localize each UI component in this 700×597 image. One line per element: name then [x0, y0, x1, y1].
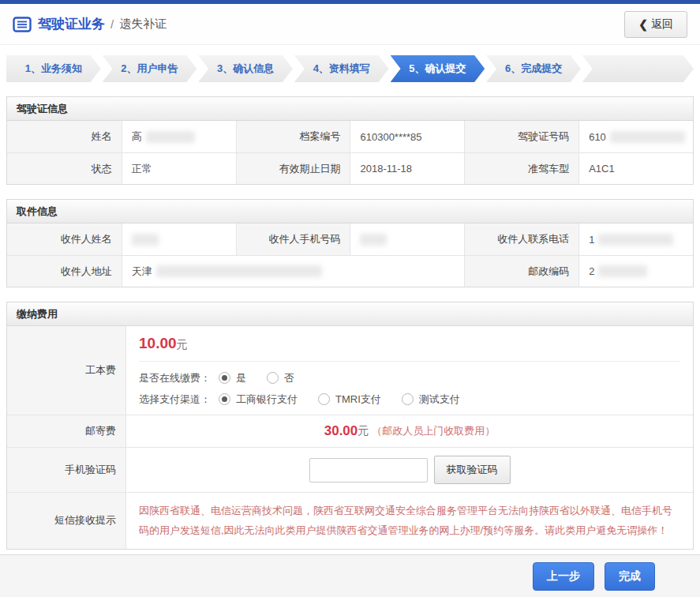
wizard-step-6: 6、完成提交: [486, 55, 581, 82]
postage-fee-cell: 30.00元 （邮政人员上门收取费用）: [125, 415, 693, 447]
footer-action-bar: 上一步 完成: [0, 554, 700, 597]
recipient-address-value: 天津: [122, 255, 465, 287]
wizard-step-1: 1、业务须知: [6, 55, 101, 82]
payment-channel-radio-group: 选择支付渠道： 工商银行支付 TMRI支付 测试支付: [139, 392, 680, 407]
redaction-blur: [598, 265, 647, 277]
redaction-blur: [146, 131, 195, 143]
wizard-step-2: 2、用户申告: [103, 55, 197, 82]
pickup-info-table: 收件人姓名 收件人手机号码 收件人联系电话 1 收件人地址 天津 邮政编码 2: [7, 223, 693, 287]
sms-notice-cell: 因陕西省联通、电信运营商技术问题，陕西省互联网交通安全综合服务管理平台无法向持陕…: [125, 492, 693, 549]
sms-code-cell: 获取验证码: [125, 447, 693, 492]
radio-option-test[interactable]: 测试支付: [402, 392, 460, 407]
back-button[interactable]: ❮ 返回: [624, 11, 687, 38]
radio-option-label: 测试支付: [419, 392, 460, 407]
production-fee-label: 工本费: [7, 326, 125, 415]
production-fee-amount: 10.00元: [139, 335, 680, 352]
license-number-label: 驾驶证号码: [464, 121, 578, 152]
status-label: 状态: [7, 152, 122, 184]
license-number-value: 610: [578, 121, 693, 152]
wizard-step-filler: [582, 55, 694, 82]
page-header: 驾驶证业务 / 遗失补证 ❮ 返回: [0, 4, 700, 45]
radio-button-icon: [318, 393, 330, 405]
divider: [139, 361, 680, 362]
chevron-left-icon: ❮: [638, 18, 648, 31]
redaction-blur: [156, 265, 322, 277]
sms-code-input[interactable]: [309, 458, 428, 482]
radio-option-label: 是: [236, 371, 246, 385]
file-number-label: 档案编号: [236, 121, 350, 152]
pickup-info-section: 取件信息 收件人姓名 收件人手机号码 收件人联系电话 1 收件人地址 天津 邮政…: [6, 199, 694, 287]
recipient-mobile-value: [350, 223, 464, 255]
radio-option-tmri[interactable]: TMRI支付: [318, 392, 381, 407]
redaction-blur: [598, 234, 673, 246]
file-number-value: 610300****85: [350, 121, 464, 152]
radio-option-label: 工商银行支付: [236, 392, 298, 407]
radio-option-label: TMRI支付: [335, 392, 381, 407]
get-code-button[interactable]: 获取验证码: [434, 456, 511, 484]
radio-button-icon: [402, 393, 414, 405]
name-label: 姓名: [7, 121, 122, 152]
radio-button-icon: [267, 372, 279, 384]
sms-notice-text: 因陕西省联通、电信运营商技术问题，陕西省互联网交通安全综合服务管理平台无法向持陕…: [139, 501, 680, 541]
online-payment-radio-group: 是否在线缴费： 是 否: [139, 371, 680, 385]
radio-option-icbc[interactable]: 工商银行支付: [219, 392, 298, 407]
status-value: 正常: [122, 152, 236, 184]
wizard-step-3: 3、确认信息: [198, 55, 293, 82]
step-wizard: 1、业务须知 2、用户申告 3、确认信息 4、资料填写 5、确认提交 6、完成提…: [6, 55, 694, 82]
previous-step-button[interactable]: 上一步: [533, 562, 594, 591]
postage-fee-label: 邮寄费: [7, 415, 125, 447]
wizard-step-4: 4、资料填写: [294, 55, 389, 82]
postage-fee-note: （邮政人员上门收取费用）: [372, 424, 495, 438]
postcode-label: 邮政编码: [464, 255, 578, 287]
radio-option-yes[interactable]: 是: [219, 371, 246, 385]
wizard-step-5: 5、确认提交: [391, 55, 485, 82]
recipient-phone-value: 1: [578, 223, 693, 255]
sms-code-label: 手机验证码: [7, 447, 125, 492]
back-button-label: 返回: [651, 17, 673, 32]
breadcrumb-separator: /: [110, 17, 114, 31]
payment-section-title: 缴纳费用: [7, 302, 693, 326]
page-title: 驾驶证业务: [38, 15, 105, 33]
recipient-address-label: 收件人地址: [7, 255, 122, 287]
name-value: 高: [122, 121, 236, 152]
recipient-phone-label: 收件人联系电话: [464, 223, 578, 255]
vehicle-class-value: A1C1: [578, 152, 693, 184]
radio-button-icon: [219, 372, 230, 384]
recipient-mobile-label: 收件人手机号码: [236, 223, 350, 255]
radio-option-label: 否: [284, 371, 294, 385]
radio-option-no[interactable]: 否: [267, 371, 294, 385]
radio-button-icon: [219, 393, 230, 405]
redaction-blur: [610, 131, 685, 143]
recipient-name-value: [122, 223, 236, 255]
license-section-title: 驾驶证信息: [7, 97, 693, 121]
expiry-date-value: 2018-11-18: [350, 152, 464, 184]
breadcrumb-current: 遗失补证: [119, 17, 167, 32]
payment-section: 缴纳费用 工本费 10.00元 是否在线缴费： 是 否 选择支付渠道：: [6, 302, 694, 550]
sms-notice-label: 短信接收提示: [7, 492, 125, 549]
payment-channel-question: 选择支付渠道：: [139, 392, 211, 407]
vehicle-class-label: 准驾车型: [464, 152, 578, 184]
production-fee-cell: 10.00元 是否在线缴费： 是 否 选择支付渠道： 工商银行支付: [125, 326, 693, 415]
license-info-table: 姓名 高 档案编号 610300****85 驾驶证号码 610 状态 正常 有…: [7, 121, 693, 184]
expiry-date-label: 有效期止日期: [236, 152, 350, 184]
license-info-section: 驾驶证信息 姓名 高 档案编号 610300****85 驾驶证号码 610 状…: [6, 96, 694, 185]
redaction-blur: [132, 234, 159, 246]
payment-table: 工本费 10.00元 是否在线缴费： 是 否 选择支付渠道：: [7, 326, 693, 549]
redaction-blur: [360, 234, 387, 246]
finish-button[interactable]: 完成: [605, 562, 655, 591]
list-icon: [13, 17, 32, 32]
online-payment-question: 是否在线缴费：: [139, 371, 211, 385]
recipient-name-label: 收件人姓名: [7, 223, 122, 255]
postcode-value: 2: [578, 255, 693, 287]
pickup-section-title: 取件信息: [7, 200, 693, 223]
